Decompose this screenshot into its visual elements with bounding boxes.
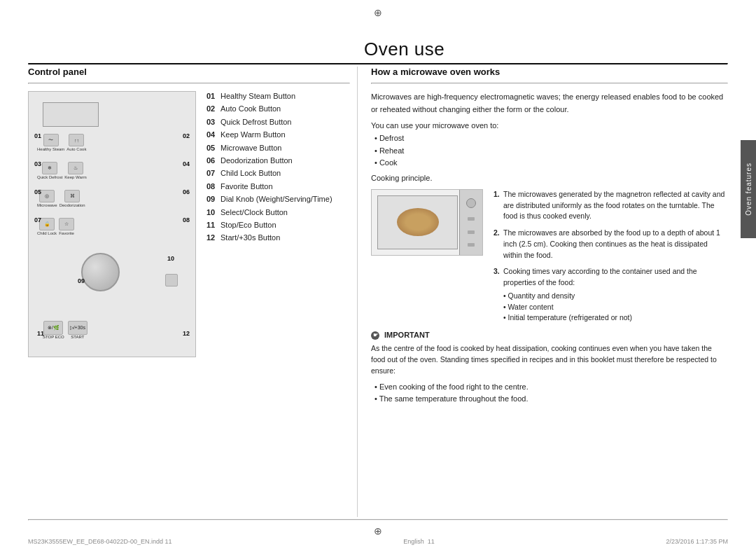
- footer-file: MS23K3555EW_EE_DE68-04022D-00_EN.indd 11: [28, 538, 172, 545]
- btn-start: ▷/+30s START: [68, 321, 88, 339]
- oven-controls: [459, 190, 482, 255]
- list-item: 12 Start/+30s Button: [206, 233, 350, 243]
- list-item: 07 Child Lock Button: [206, 168, 350, 179]
- healthy-steam-icon: 〜: [43, 134, 59, 146]
- dial-knob: [81, 253, 120, 291]
- start-icon: ▷/+30s: [68, 321, 88, 335]
- badge-07: 07: [34, 216, 41, 223]
- badge-05: 05: [34, 188, 41, 195]
- important-text: As the centre of the food is cooked by h…: [371, 343, 728, 376]
- badge-01: 01: [34, 132, 41, 139]
- oven-small-btn-1: [468, 217, 475, 221]
- microwave-icon: ◎: [39, 190, 55, 202]
- important-header: ☛ IMPORTANT: [371, 331, 728, 340]
- sub-bullet-temp: Initial temperature (refrigerated or not…: [503, 312, 728, 324]
- button-list: 01 Healthy Steam Button 02 Auto Cook But…: [206, 91, 350, 244]
- oven-dial: [466, 198, 476, 208]
- column-divider: [357, 67, 358, 517]
- child-lock-icon: 🔒: [39, 218, 55, 230]
- use-cook: Cook: [374, 157, 728, 170]
- point-2: 2. The microwaves are absorbed by the fo…: [493, 228, 728, 261]
- list-item: 10 Select/Clock Button: [206, 207, 350, 218]
- list-item: 11 Stop/Eco Button: [206, 220, 350, 230]
- badge-09: 09: [78, 277, 85, 284]
- btn-keep-warm: ♨ Keep Warm: [64, 162, 86, 179]
- sub-bullet-quantity: Quantity and density: [503, 291, 728, 302]
- oven-cavity: [377, 195, 458, 249]
- badge-08: 08: [183, 216, 190, 223]
- footer-page: English 11: [403, 538, 435, 545]
- intro-text: Microwaves are high-frequency electromag…: [371, 91, 728, 116]
- use-reheat: Reheat: [374, 145, 728, 158]
- point-3: 3. Cooking times vary according to the c…: [493, 266, 728, 324]
- right-column: How a microwave oven works Microwaves ar…: [371, 67, 728, 410]
- numbered-points: 1. The microwaves generated by the magne…: [493, 189, 728, 324]
- fourth-button-row: 🔒 Child Lock ☆ Favorite: [37, 218, 74, 235]
- auto-cook-icon: ↑↑: [69, 134, 84, 146]
- panel-display: [43, 102, 99, 127]
- list-item: 01 Healthy Steam Button: [206, 91, 350, 102]
- cooking-principle: Cooking principle.: [371, 174, 728, 182]
- title-rule: [28, 63, 728, 65]
- bottom-rule: [28, 519, 728, 520]
- badge-04: 04: [183, 160, 190, 167]
- left-column: Control panel 〜 Healthy Steam ↑↑ Auto Co…: [28, 67, 350, 357]
- footer: MS23K3555EW_EE_DE68-04022D-00_EN.indd 11…: [28, 538, 728, 545]
- third-button-row: ◎ Microwave ⌘ Deodorization: [37, 190, 85, 207]
- important-icon: ☛: [371, 331, 379, 340]
- badge-06: 06: [183, 188, 190, 195]
- list-item: 05 Microwave Button: [206, 143, 350, 153]
- list-item: 03 Quick Defrost Button: [206, 117, 350, 127]
- list-item: 04 Keep Warm Button: [206, 130, 350, 140]
- btn-auto-cook: ↑↑ Auto Cook: [66, 134, 86, 151]
- oven-diagram: [371, 189, 483, 256]
- list-item: 09 Dial Knob (Weight/Serving/Time): [206, 194, 350, 205]
- food-illustration: [397, 208, 439, 236]
- you-can-text: You can use your microwave oven to:: [371, 121, 728, 130]
- list-item: 06 Deodorization Button: [206, 156, 350, 166]
- oven-features-label: Oven features: [745, 163, 752, 216]
- oven-small-btn-3: [468, 243, 475, 247]
- badge-11: 11: [37, 330, 44, 337]
- control-panel-rule: [28, 83, 350, 84]
- important-bullet-1: Even cooking of the food right to the ce…: [374, 381, 728, 394]
- btn-deodorization: ⌘ Deodorization: [59, 190, 85, 207]
- bottom-button-row: ⊗/🌿 STOP ECO ▷/+30s START: [43, 321, 88, 339]
- quick-defrost-icon: ❄: [42, 162, 57, 174]
- oven-small-btn-2: [468, 230, 475, 234]
- list-item: 02 Auto Cook Button: [206, 104, 350, 114]
- oven-features-tab: Oven features: [741, 140, 756, 238]
- badge-12: 12: [183, 330, 190, 337]
- badge-03: 03: [34, 160, 41, 167]
- select-clock-button: [165, 274, 178, 287]
- btn-favorite: ☆ Favorite: [59, 218, 74, 235]
- important-bullets: Even cooking of the food right to the ce…: [374, 381, 728, 406]
- top-button-row: 〜 Healthy Steam ↑↑ Auto Cook: [37, 134, 86, 151]
- btn-stop-eco: ⊗/🌿 STOP ECO: [43, 321, 64, 339]
- right-section-rule: [371, 83, 728, 84]
- badge-02: 02: [183, 132, 190, 139]
- top-registration-mark: ⊕: [374, 7, 382, 18]
- page-title: Oven use: [364, 39, 728, 60]
- control-panel-diagram: 〜 Healthy Steam ↑↑ Auto Cook 01 02 ❄ Qui…: [28, 91, 196, 357]
- sub-bullet-water: Water content: [503, 302, 728, 313]
- keep-warm-icon: ♨: [68, 162, 83, 174]
- bottom-registration-mark: ⊕: [374, 525, 382, 537]
- badge-10: 10: [167, 255, 174, 262]
- favorite-icon: ☆: [59, 218, 74, 230]
- how-microwave-works-title: How a microwave oven works: [371, 67, 728, 77]
- second-button-row: ❄ Quick Defrost ♨ Keep Warm: [37, 162, 87, 179]
- uses-list: Defrost Reheat Cook: [374, 132, 728, 170]
- control-panel-section-title: Control panel: [28, 67, 350, 77]
- footer-date: 2/23/2016 1:17:35 PM: [666, 538, 728, 545]
- deodorization-icon: ⌘: [64, 190, 80, 202]
- important-bullet-2: The same temperature throughout the food…: [374, 393, 728, 406]
- important-section: ☛ IMPORTANT As the centre of the food is…: [371, 331, 728, 406]
- sub-bullets: Quantity and density Water content Initi…: [503, 291, 728, 324]
- diagram-section: 1. The microwaves generated by the magne…: [371, 189, 728, 324]
- use-defrost: Defrost: [374, 132, 728, 145]
- list-item: 08 Favorite Button: [206, 181, 350, 192]
- point-1: 1. The microwaves generated by the magne…: [493, 189, 728, 222]
- stop-eco-icon: ⊗/🌿: [43, 321, 63, 335]
